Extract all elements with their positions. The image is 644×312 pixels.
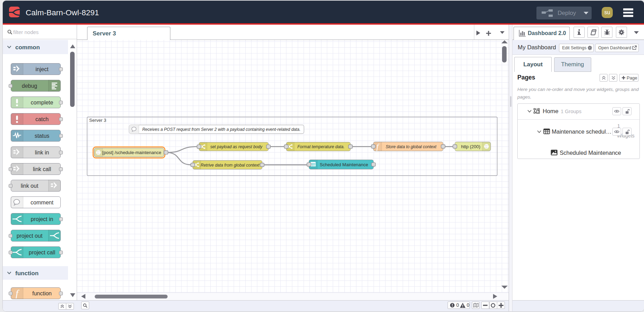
svg-text:Store data to global context: Store data to global context bbox=[385, 144, 437, 149]
svg-text:set payload as request body: set payload as request body bbox=[210, 144, 263, 149]
svg-text:Scheduled Maintenance: Scheduled Maintenance bbox=[320, 162, 368, 167]
svg-text:[post] /schedule-maintenance: [post] /schedule-maintenance bbox=[102, 150, 161, 155]
svg-text:Format temperature data.: Format temperature data. bbox=[297, 144, 345, 149]
svg-text:http (200): http (200) bbox=[461, 144, 481, 149]
svg-text:Server 3: Server 3 bbox=[89, 118, 106, 123]
svg-text:Receives a POST request from S: Receives a POST request from Server 2 wi… bbox=[142, 127, 300, 132]
svg-text:f: f bbox=[16, 288, 19, 298]
svg-text:Retrive data from global conte: Retrive data from global context bbox=[201, 163, 260, 168]
